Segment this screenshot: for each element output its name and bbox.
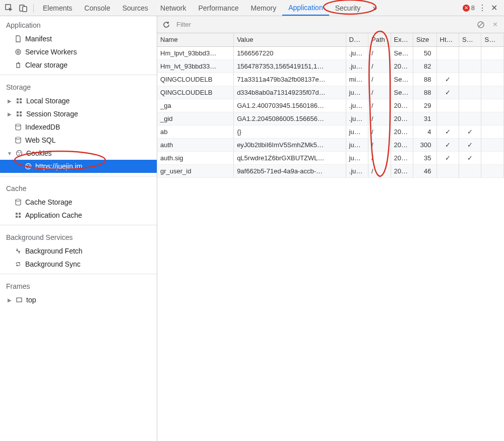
- col-secure[interactable]: S…: [459, 33, 481, 46]
- cell-value: 9af662b5-71ed-4a9a-accb-…: [234, 164, 346, 177]
- clear-all-icon[interactable]: [476, 20, 486, 30]
- fetch-icon: [14, 247, 22, 255]
- col-value[interactable]: Value: [234, 33, 346, 46]
- database-icon: [14, 198, 22, 206]
- col-size[interactable]: Size: [413, 33, 437, 46]
- sidebar-item-background-fetch[interactable]: Background Fetch: [0, 244, 157, 258]
- cell-domain: mi…: [346, 73, 368, 86]
- svg-rect-11: [17, 114, 19, 116]
- trash-icon: [14, 61, 22, 69]
- table-row[interactable]: ab{}ju…/20…4✓✓: [157, 125, 504, 138]
- refresh-icon[interactable]: [161, 20, 171, 30]
- cell-expires: 20…: [391, 164, 413, 177]
- table-row[interactable]: autheyJ0b2tlbiI6ImV5SmhZMk5…ju…/20…300✓✓: [157, 138, 504, 151]
- cell-expires: 20…: [391, 99, 413, 112]
- cell-expires: Se…: [391, 73, 413, 86]
- cell-size: 88: [413, 86, 437, 99]
- inspect-icon[interactable]: [4, 3, 14, 13]
- col-samesite[interactable]: S…: [481, 33, 504, 46]
- cell-httponly: ✓: [436, 125, 459, 138]
- gear-icon: [14, 48, 22, 56]
- sidebar-item-label: IndexedDB: [25, 123, 60, 131]
- tab-sources[interactable]: Sources: [116, 0, 154, 16]
- cell-secure: [459, 164, 481, 177]
- sidebar-item-application-cache[interactable]: Application Cache: [0, 209, 157, 222]
- cell-path: /: [368, 125, 391, 138]
- svg-rect-2: [23, 7, 27, 12]
- col-expires[interactable]: Ex…: [391, 33, 413, 46]
- sidebar-item-websql[interactable]: Web SQL: [0, 134, 157, 147]
- cookies-table-container[interactable]: Name Value D… Path Ex… Size Ht… S… S… Hm…: [157, 33, 504, 441]
- sidebar-item-session-storage[interactable]: ▶ Session Storage: [0, 107, 157, 120]
- table-row[interactable]: _gidGA1.2.2045086005.156656….ju…/20…31: [157, 112, 504, 125]
- svg-point-22: [28, 167, 29, 168]
- col-domain[interactable]: D…: [346, 33, 368, 46]
- sidebar-item-cookie-origin[interactable]: https://juejin.im: [0, 160, 157, 173]
- table-row[interactable]: QINGCLOUDELBd334b8ab0a713149235f07d…ju…/…: [157, 86, 504, 99]
- filter-input[interactable]: [175, 19, 472, 30]
- cell-samesite: [481, 73, 504, 86]
- svg-rect-12: [20, 114, 22, 116]
- cell-expires: Se…: [391, 86, 413, 99]
- tab-network[interactable]: Network: [154, 0, 192, 16]
- cell-samesite: [481, 151, 504, 164]
- svg-line-30: [479, 23, 483, 27]
- tab-console[interactable]: Console: [78, 0, 116, 16]
- sidebar-item-top-frame[interactable]: ▶ top: [0, 293, 157, 306]
- sidebar-item-background-sync[interactable]: Background Sync: [0, 258, 157, 271]
- cell-domain: .ju…: [346, 99, 368, 112]
- divider: [0, 274, 157, 274]
- tab-security[interactable]: Security: [329, 0, 367, 16]
- tab-performance[interactable]: Performance: [192, 0, 244, 16]
- sidebar-item-label: Session Storage: [26, 110, 78, 118]
- svg-rect-5: [17, 98, 19, 100]
- settings-menu-icon[interactable]: ⋮: [477, 3, 487, 13]
- col-name[interactable]: Name: [157, 33, 234, 46]
- tabs-overflow[interactable]: »: [366, 0, 383, 16]
- table-row[interactable]: auth.sigqL5rwdre1Z6brGXBUTZWL…ju…/20…35✓…: [157, 151, 504, 164]
- sidebar-item-cookies[interactable]: ▼ Cookies: [0, 147, 157, 160]
- table-row[interactable]: gr_user_id9af662b5-71ed-4a9a-accb-….ju…/…: [157, 164, 504, 177]
- sidebar-item-cache-storage[interactable]: Cache Storage: [0, 196, 157, 209]
- close-devtools-icon[interactable]: ✕: [489, 3, 499, 13]
- database-icon: [14, 136, 22, 144]
- col-path[interactable]: Path: [368, 33, 391, 46]
- col-httponly[interactable]: Ht…: [436, 33, 459, 46]
- frame-icon: [15, 296, 23, 304]
- delete-selected-icon[interactable]: ✕: [490, 20, 500, 30]
- cell-value: GA1.2.2045086005.156656…: [234, 112, 346, 125]
- cell-path: /: [368, 86, 391, 99]
- cell-httponly: [436, 46, 459, 59]
- error-count-badge[interactable]: ✕ 8: [463, 4, 475, 12]
- cell-name: Hm_lpvt_93bbd3…: [157, 46, 234, 59]
- cell-size: 29: [413, 99, 437, 112]
- database-icon: [14, 123, 22, 131]
- toolbar-separator: [33, 4, 34, 13]
- cell-value: 71a3311a479b3a2fb08137e…: [234, 73, 346, 86]
- device-toggle-icon[interactable]: [18, 3, 28, 13]
- cell-size: 31: [413, 112, 437, 125]
- table-row[interactable]: _gaGA1.2.400703945.1560186….ju…/20…29: [157, 99, 504, 112]
- sidebar-item-manifest[interactable]: Manifest: [0, 32, 157, 45]
- cell-samesite: [481, 138, 504, 151]
- tab-elements[interactable]: Elements: [37, 0, 78, 16]
- sync-icon: [14, 260, 22, 268]
- cell-name: _gid: [157, 112, 234, 125]
- cell-path: /: [368, 138, 391, 151]
- sidebar-item-local-storage[interactable]: ▶ Local Storage: [0, 94, 157, 107]
- sidebar-item-indexeddb[interactable]: IndexedDB: [0, 120, 157, 134]
- table-row[interactable]: QINGCLOUDELB71a3311a479b3a2fb08137e…mi…/…: [157, 73, 504, 86]
- table-row[interactable]: Hm_lpvt_93bbd3…1566567220.ju…/Se…50: [157, 46, 504, 59]
- cell-expires: 20…: [391, 112, 413, 125]
- sidebar-item-service-workers[interactable]: Service Workers: [0, 45, 157, 58]
- cell-name: _ga: [157, 99, 234, 112]
- cell-expires: 20…: [391, 138, 413, 151]
- section-frames: Frames: [0, 277, 157, 293]
- sidebar-item-clear-storage[interactable]: Clear storage: [0, 58, 157, 72]
- tab-memory[interactable]: Memory: [245, 0, 283, 16]
- tab-application[interactable]: Application: [282, 0, 329, 16]
- cell-domain: .ju…: [346, 59, 368, 73]
- cell-path: /: [368, 112, 391, 125]
- table-row[interactable]: Hm_lvt_93bbd33…1564787353,1565419151,1….…: [157, 59, 504, 73]
- svg-rect-28: [17, 298, 22, 302]
